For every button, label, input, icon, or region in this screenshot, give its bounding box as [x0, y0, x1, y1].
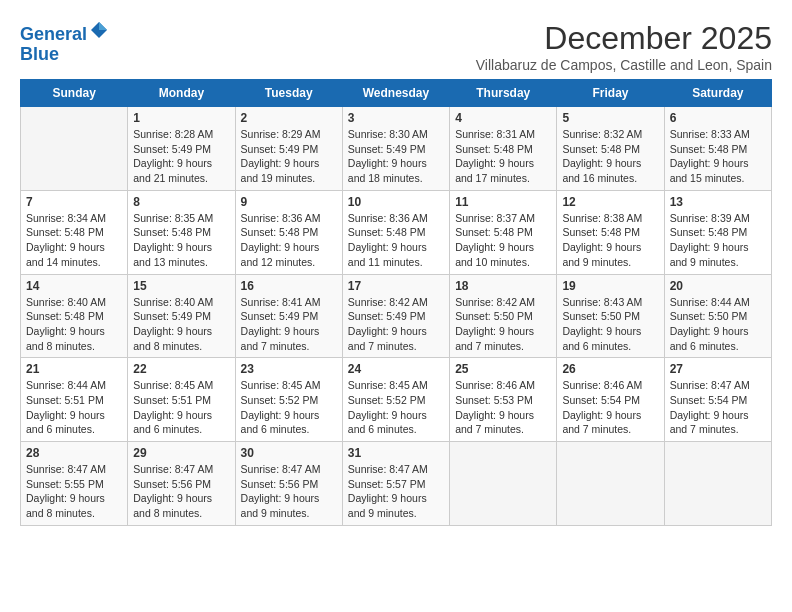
location: Villabaruz de Campos, Castille and Leon,…	[476, 57, 772, 73]
calendar-cell: 24Sunrise: 8:45 AMSunset: 5:52 PMDayligh…	[342, 358, 449, 442]
week-row-1: 1Sunrise: 8:28 AMSunset: 5:49 PMDaylight…	[21, 107, 772, 191]
week-row-2: 7Sunrise: 8:34 AMSunset: 5:48 PMDaylight…	[21, 190, 772, 274]
day-number: 7	[26, 195, 122, 209]
calendar-cell: 28Sunrise: 8:47 AMSunset: 5:55 PMDayligh…	[21, 442, 128, 526]
calendar-cell: 22Sunrise: 8:45 AMSunset: 5:51 PMDayligh…	[128, 358, 235, 442]
cell-info: Sunrise: 8:30 AMSunset: 5:49 PMDaylight:…	[348, 127, 444, 186]
calendar-cell: 6Sunrise: 8:33 AMSunset: 5:48 PMDaylight…	[664, 107, 771, 191]
calendar-cell: 16Sunrise: 8:41 AMSunset: 5:49 PMDayligh…	[235, 274, 342, 358]
calendar-cell: 9Sunrise: 8:36 AMSunset: 5:48 PMDaylight…	[235, 190, 342, 274]
week-row-3: 14Sunrise: 8:40 AMSunset: 5:48 PMDayligh…	[21, 274, 772, 358]
day-number: 31	[348, 446, 444, 460]
day-number: 26	[562, 362, 658, 376]
day-number: 15	[133, 279, 229, 293]
calendar-cell: 19Sunrise: 8:43 AMSunset: 5:50 PMDayligh…	[557, 274, 664, 358]
calendar-body: 1Sunrise: 8:28 AMSunset: 5:49 PMDaylight…	[21, 107, 772, 526]
day-number: 5	[562, 111, 658, 125]
calendar-cell: 3Sunrise: 8:30 AMSunset: 5:49 PMDaylight…	[342, 107, 449, 191]
day-number: 12	[562, 195, 658, 209]
day-number: 28	[26, 446, 122, 460]
cell-info: Sunrise: 8:35 AMSunset: 5:48 PMDaylight:…	[133, 211, 229, 270]
day-number: 13	[670, 195, 766, 209]
calendar-cell: 17Sunrise: 8:42 AMSunset: 5:49 PMDayligh…	[342, 274, 449, 358]
day-number: 20	[670, 279, 766, 293]
logo-general: General	[20, 24, 87, 44]
cell-info: Sunrise: 8:36 AMSunset: 5:48 PMDaylight:…	[241, 211, 337, 270]
calendar-cell: 7Sunrise: 8:34 AMSunset: 5:48 PMDaylight…	[21, 190, 128, 274]
column-header-saturday: Saturday	[664, 80, 771, 107]
calendar-cell: 11Sunrise: 8:37 AMSunset: 5:48 PMDayligh…	[450, 190, 557, 274]
cell-info: Sunrise: 8:47 AMSunset: 5:55 PMDaylight:…	[26, 462, 122, 521]
calendar-cell: 8Sunrise: 8:35 AMSunset: 5:48 PMDaylight…	[128, 190, 235, 274]
calendar-cell: 18Sunrise: 8:42 AMSunset: 5:50 PMDayligh…	[450, 274, 557, 358]
calendar-cell: 1Sunrise: 8:28 AMSunset: 5:49 PMDaylight…	[128, 107, 235, 191]
calendar-cell: 14Sunrise: 8:40 AMSunset: 5:48 PMDayligh…	[21, 274, 128, 358]
calendar-cell: 30Sunrise: 8:47 AMSunset: 5:56 PMDayligh…	[235, 442, 342, 526]
day-number: 10	[348, 195, 444, 209]
cell-info: Sunrise: 8:46 AMSunset: 5:54 PMDaylight:…	[562, 378, 658, 437]
column-header-friday: Friday	[557, 80, 664, 107]
column-header-tuesday: Tuesday	[235, 80, 342, 107]
svg-marker-1	[99, 22, 107, 30]
cell-info: Sunrise: 8:47 AMSunset: 5:57 PMDaylight:…	[348, 462, 444, 521]
header-row: SundayMondayTuesdayWednesdayThursdayFrid…	[21, 80, 772, 107]
calendar-cell: 29Sunrise: 8:47 AMSunset: 5:56 PMDayligh…	[128, 442, 235, 526]
cell-info: Sunrise: 8:38 AMSunset: 5:48 PMDaylight:…	[562, 211, 658, 270]
cell-info: Sunrise: 8:34 AMSunset: 5:48 PMDaylight:…	[26, 211, 122, 270]
calendar-cell: 15Sunrise: 8:40 AMSunset: 5:49 PMDayligh…	[128, 274, 235, 358]
day-number: 19	[562, 279, 658, 293]
cell-info: Sunrise: 8:42 AMSunset: 5:49 PMDaylight:…	[348, 295, 444, 354]
day-number: 1	[133, 111, 229, 125]
calendar-cell: 4Sunrise: 8:31 AMSunset: 5:48 PMDaylight…	[450, 107, 557, 191]
cell-info: Sunrise: 8:46 AMSunset: 5:53 PMDaylight:…	[455, 378, 551, 437]
calendar-cell: 23Sunrise: 8:45 AMSunset: 5:52 PMDayligh…	[235, 358, 342, 442]
cell-info: Sunrise: 8:45 AMSunset: 5:51 PMDaylight:…	[133, 378, 229, 437]
cell-info: Sunrise: 8:32 AMSunset: 5:48 PMDaylight:…	[562, 127, 658, 186]
day-number: 8	[133, 195, 229, 209]
cell-info: Sunrise: 8:40 AMSunset: 5:48 PMDaylight:…	[26, 295, 122, 354]
cell-info: Sunrise: 8:44 AMSunset: 5:50 PMDaylight:…	[670, 295, 766, 354]
day-number: 17	[348, 279, 444, 293]
cell-info: Sunrise: 8:39 AMSunset: 5:48 PMDaylight:…	[670, 211, 766, 270]
calendar-table: SundayMondayTuesdayWednesdayThursdayFrid…	[20, 79, 772, 526]
day-number: 23	[241, 362, 337, 376]
day-number: 11	[455, 195, 551, 209]
calendar-cell: 10Sunrise: 8:36 AMSunset: 5:48 PMDayligh…	[342, 190, 449, 274]
cell-info: Sunrise: 8:41 AMSunset: 5:49 PMDaylight:…	[241, 295, 337, 354]
calendar-cell: 21Sunrise: 8:44 AMSunset: 5:51 PMDayligh…	[21, 358, 128, 442]
cell-info: Sunrise: 8:37 AMSunset: 5:48 PMDaylight:…	[455, 211, 551, 270]
calendar-cell: 12Sunrise: 8:38 AMSunset: 5:48 PMDayligh…	[557, 190, 664, 274]
day-number: 14	[26, 279, 122, 293]
column-header-sunday: Sunday	[21, 80, 128, 107]
calendar-cell	[664, 442, 771, 526]
logo: General Blue	[20, 20, 109, 65]
day-number: 3	[348, 111, 444, 125]
cell-info: Sunrise: 8:29 AMSunset: 5:49 PMDaylight:…	[241, 127, 337, 186]
cell-info: Sunrise: 8:45 AMSunset: 5:52 PMDaylight:…	[241, 378, 337, 437]
day-number: 18	[455, 279, 551, 293]
cell-info: Sunrise: 8:44 AMSunset: 5:51 PMDaylight:…	[26, 378, 122, 437]
calendar-header: SundayMondayTuesdayWednesdayThursdayFrid…	[21, 80, 772, 107]
calendar-cell: 27Sunrise: 8:47 AMSunset: 5:54 PMDayligh…	[664, 358, 771, 442]
cell-info: Sunrise: 8:43 AMSunset: 5:50 PMDaylight:…	[562, 295, 658, 354]
logo-icon	[89, 20, 109, 40]
day-number: 21	[26, 362, 122, 376]
week-row-5: 28Sunrise: 8:47 AMSunset: 5:55 PMDayligh…	[21, 442, 772, 526]
day-number: 29	[133, 446, 229, 460]
calendar-cell	[557, 442, 664, 526]
cell-info: Sunrise: 8:42 AMSunset: 5:50 PMDaylight:…	[455, 295, 551, 354]
calendar-cell: 31Sunrise: 8:47 AMSunset: 5:57 PMDayligh…	[342, 442, 449, 526]
calendar-cell: 2Sunrise: 8:29 AMSunset: 5:49 PMDaylight…	[235, 107, 342, 191]
calendar-cell: 25Sunrise: 8:46 AMSunset: 5:53 PMDayligh…	[450, 358, 557, 442]
column-header-thursday: Thursday	[450, 80, 557, 107]
cell-info: Sunrise: 8:33 AMSunset: 5:48 PMDaylight:…	[670, 127, 766, 186]
cell-info: Sunrise: 8:31 AMSunset: 5:48 PMDaylight:…	[455, 127, 551, 186]
cell-info: Sunrise: 8:47 AMSunset: 5:56 PMDaylight:…	[241, 462, 337, 521]
cell-info: Sunrise: 8:36 AMSunset: 5:48 PMDaylight:…	[348, 211, 444, 270]
calendar-cell: 20Sunrise: 8:44 AMSunset: 5:50 PMDayligh…	[664, 274, 771, 358]
calendar-cell	[450, 442, 557, 526]
day-number: 27	[670, 362, 766, 376]
cell-info: Sunrise: 8:45 AMSunset: 5:52 PMDaylight:…	[348, 378, 444, 437]
page-header: General Blue December 2025 Villabaruz de…	[20, 20, 772, 73]
column-header-wednesday: Wednesday	[342, 80, 449, 107]
